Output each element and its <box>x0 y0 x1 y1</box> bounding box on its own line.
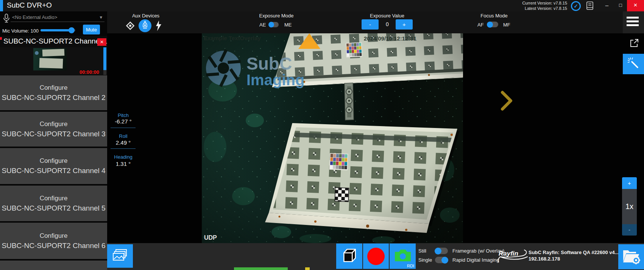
record-timer: 00:00:00 <box>80 69 99 75</box>
heading-value: 1.31 ° <box>107 161 139 167</box>
next-chevron-icon[interactable] <box>500 90 513 113</box>
release-notes-icon[interactable] <box>586 2 594 11</box>
zoom-in-button[interactable]: + <box>622 177 637 189</box>
exposure-value: 0 <box>380 21 394 27</box>
thumb-board-top <box>42 49 65 56</box>
framegrab-toggle[interactable] <box>435 248 448 254</box>
framegrab-knob <box>435 248 441 254</box>
configure-channel-4[interactable]: Configure SUBC-NC-SUPORT2 Channel 4 <box>0 148 107 184</box>
rayfin-logo: Rayfin <box>496 248 530 265</box>
exposure-plus-button[interactable]: + <box>396 19 413 30</box>
rapid-imaging-label: Rapid Digital Imaging <box>452 257 499 263</box>
audio-device-select[interactable]: <No External Audio> ▾ <box>12 14 104 20</box>
close-button[interactable]: ✕ <box>627 0 644 11</box>
background-window-sliver <box>305 267 310 270</box>
configure-label: Configure <box>0 120 107 128</box>
exposure-mode-knob <box>268 22 274 28</box>
configure-channel-name: SUBC-NC-SUPORT2 Channel 3 <box>0 130 107 138</box>
active-channel-name: SUBC-NC-SUPORT2 Channel 1 <box>3 37 107 45</box>
configure-label: Configure <box>0 232 107 240</box>
active-channel-header[interactable]: SUBC-NC-SUPORT2 Channel 1 ✕ <box>0 36 107 47</box>
device-info-line1: SubC Rayfin: Software QA #22600 v4.... <box>529 249 620 256</box>
channel-scrollbar-thumb[interactable] <box>103 47 106 70</box>
mic-volume-fill <box>41 29 72 31</box>
configure-channel-partial[interactable] <box>0 261 107 270</box>
configure-channel-5[interactable]: Configure SUBC-NC-SUPORT2 Channel 5 <box>0 186 107 221</box>
gallery-button[interactable] <box>107 244 133 268</box>
record-circle-icon <box>367 248 385 265</box>
strobe-device-icon[interactable] <box>155 20 162 33</box>
channel-preview-strip: 00:00:00 <box>0 47 107 75</box>
audio-device-value: <No External Audio> <box>12 14 57 20</box>
video-text-overlay: Example TextOverlay <box>204 35 261 41</box>
exposure-value-label: Exposure Value <box>360 13 415 19</box>
current-version: Current Version: v7.8.15 <box>504 0 567 6</box>
file-manager-button[interactable] <box>618 244 644 269</box>
device-info: SubC Rayfin: Software QA #22600 v4.... 1… <box>529 249 620 262</box>
mic-volume-slider[interactable] <box>41 29 75 31</box>
channel-scrollbar-track <box>103 47 106 75</box>
device-info-line2: 192.168.2.178 <box>529 256 620 262</box>
configure-channel-3[interactable]: Configure SUBC-NC-SUPORT2 Channel 3 <box>0 112 107 147</box>
rapid-imaging-toggle[interactable] <box>435 257 448 263</box>
titlebar-accent <box>0 0 3 11</box>
photo-stack-icon <box>112 249 128 263</box>
configure-channel-name: SUBC-NC-SUPORT2 Channel 2 <box>0 94 107 102</box>
titlebar: SubC DVR+O Current Version: v7.8.15 Late… <box>0 0 644 11</box>
configure-channel-name: SUBC-NC-SUPORT2 Channel 4 <box>0 167 107 175</box>
pitch-label: Pitch <box>107 112 139 118</box>
3d-capture-button[interactable] <box>336 243 362 269</box>
thumb-board-bottom <box>39 58 63 69</box>
still-label: Still <box>418 248 426 254</box>
maximize-button[interactable]: □ <box>613 0 628 11</box>
configure-channel-name: SUBC-NC-SUPORT2 Channel 6 <box>0 242 107 250</box>
update-check-icon: ✓ <box>571 1 581 11</box>
configure-channel-2[interactable]: Configure SUBC-NC-SUPORT2 Channel 2 <box>0 75 107 110</box>
camera-icon <box>394 248 412 264</box>
mic-volume-label: Mic Volume: 100 <box>2 28 39 34</box>
magic-wand-icon <box>627 57 640 71</box>
video-stage: Pitch -6.27 ° Roll 2.49 ° Heading 1.31 ° <box>107 33 644 243</box>
popout-icon[interactable] <box>629 38 639 50</box>
me-label: ME <box>284 22 292 28</box>
stills-capture-button[interactable]: RDI <box>390 243 416 269</box>
af-label: AF <box>477 22 484 28</box>
zoom-level: 1x <box>622 189 637 224</box>
configure-channel-6[interactable]: Configure SUBC-NC-SUPORT2 Channel 6 <box>0 223 107 259</box>
mic-icon <box>3 14 10 25</box>
record-button[interactable] <box>363 243 389 269</box>
menu-panel <box>623 11 644 33</box>
recording-indicator <box>0 37 2 40</box>
exposure-minus-button[interactable]: - <box>362 19 379 30</box>
enhance-button[interactable] <box>623 54 644 74</box>
focus-mode-toggle[interactable] <box>487 22 498 27</box>
heading-label: Heading <box>107 154 139 160</box>
focus-mode-label: Focus Mode <box>469 13 519 19</box>
hamburger-menu-icon[interactable] <box>627 17 639 26</box>
zoom-out-button[interactable]: - <box>622 224 637 236</box>
camera-toolbar: Aux Devices <box>107 11 644 33</box>
lantern-icon <box>142 21 148 31</box>
pitch-value: -6.27 ° <box>107 118 139 125</box>
roll-value: 2.49 ° <box>107 139 139 146</box>
chevron-down-icon: ▾ <box>100 14 102 20</box>
minimize-button[interactable]: – <box>600 0 614 11</box>
video-feed: SubC Imaging Example TextOverlay 2024/09… <box>202 33 463 243</box>
rdi-badge: RDI <box>407 264 414 268</box>
telemetry-divider <box>111 128 136 128</box>
configure-label: Configure <box>0 195 107 202</box>
bottom-bar: RDI Still Framegrab (w/ Overlay) Single … <box>107 243 644 270</box>
exposure-mode-toggle[interactable] <box>269 22 279 27</box>
mute-button[interactable]: Mute <box>83 25 100 34</box>
channel-close-button[interactable]: ✕ <box>97 38 106 46</box>
laser-device-icon[interactable] <box>125 21 135 32</box>
folder-gear-icon <box>622 247 641 266</box>
video-protocol-label: UDP <box>204 234 217 241</box>
mf-label: MF <box>503 22 510 28</box>
channel-thumbnail[interactable] <box>33 48 67 70</box>
version-info: Current Version: v7.8.15 Latest Version:… <box>504 0 567 11</box>
latest-version: Latest Version: v7.8.15 <box>504 6 567 11</box>
sidebar: <No External Audio> ▾ Mic Volume: 100 Mu… <box>0 11 107 270</box>
mic-volume-thumb[interactable] <box>69 27 75 33</box>
lamp-device-button[interactable] <box>139 19 151 32</box>
